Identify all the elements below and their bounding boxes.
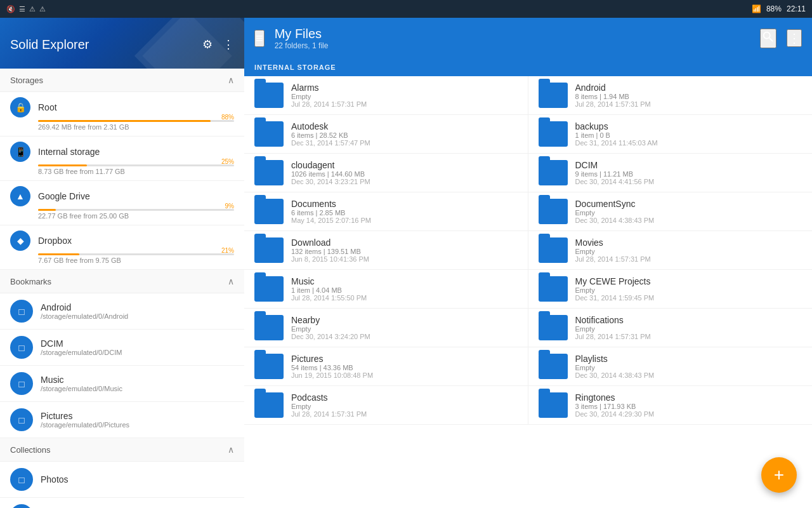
bookmark-android[interactable]: □ Android /storage/emulated/0/Android bbox=[0, 293, 244, 330]
toolbar-icons: ⋮ bbox=[760, 29, 802, 48]
folder-icon bbox=[254, 392, 284, 418]
collection-music-icon: □ bbox=[10, 504, 33, 508]
file-item[interactable]: Nearby Empty Dec 30, 2014 3:24:20 PM bbox=[244, 309, 528, 347]
status-bar: 🔇 ☰ ⚠ ⚠ 📶 88% 22:11 bbox=[0, 0, 812, 18]
collections-section-header[interactable]: Collections ∧ bbox=[0, 438, 244, 462]
file-meta: Autodesk 6 items | 28.52 KB Dec 31, 2014… bbox=[291, 121, 518, 147]
file-name: DCIM bbox=[575, 160, 802, 170]
gdrive-icon: ▲ bbox=[10, 186, 30, 206]
file-item[interactable]: Movies Empty Jul 28, 2014 1:57:31 PM bbox=[528, 231, 813, 270]
file-date: Jun 19, 2015 10:08:48 PM bbox=[291, 371, 518, 379]
bookmark-music[interactable]: □ Music /storage/emulated/0/Music bbox=[0, 366, 244, 402]
content-toolbar: ≡ My Files 22 folders, 1 file ⋮ bbox=[244, 18, 812, 58]
file-date: Dec 30, 2014 4:38:43 PM bbox=[575, 217, 802, 224]
collections-chevron: ∧ bbox=[228, 444, 234, 455]
file-meta: cloudagent 1026 items | 144.60 MB Dec 30… bbox=[291, 160, 518, 185]
collection-photos-icon: □ bbox=[10, 468, 33, 491]
file-meta: Ringtones 3 items | 171.93 KB Dec 30, 20… bbox=[575, 392, 802, 418]
file-name: Pictures bbox=[291, 354, 518, 364]
file-detail: Empty bbox=[575, 286, 802, 294]
file-item[interactable]: Download 132 items | 139.51 MB Jun 8, 20… bbox=[244, 231, 528, 270]
toolbar-menu-button[interactable]: ≡ bbox=[254, 30, 265, 47]
bookmark-pictures[interactable]: □ Pictures /storage/emulated/0/Pictures bbox=[0, 402, 244, 438]
file-name: Ringtones bbox=[575, 392, 802, 403]
file-date: Jul 28, 2014 1:57:31 PM bbox=[575, 100, 802, 108]
storage-item-gdrive[interactable]: ▲ Google Drive 9% 22.77 GB free from 25.… bbox=[0, 181, 244, 225]
file-detail: 132 items | 139.51 MB bbox=[291, 248, 518, 255]
bookmark-android-text: Android /storage/emulated/0/Android bbox=[41, 302, 128, 320]
file-detail: Empty bbox=[291, 325, 518, 333]
toolbar-title: My Files bbox=[275, 27, 329, 41]
file-item[interactable]: Podcasts Empty Jul 28, 2014 1:57:31 PM bbox=[244, 386, 528, 425]
bookmarks-section-header[interactable]: Bookmarks ∧ bbox=[0, 270, 244, 293]
file-item[interactable]: Ringtones 3 items | 171.93 KB Dec 30, 20… bbox=[528, 386, 813, 425]
storages-chevron: ∧ bbox=[228, 75, 234, 85]
file-item[interactable]: Documents 6 items | 2.85 MB May 14, 2015… bbox=[244, 192, 528, 231]
internal-progress-label: 25% bbox=[221, 158, 234, 165]
file-name: Playlists bbox=[575, 354, 802, 364]
file-date: Jul 28, 2014 1:57:31 PM bbox=[575, 255, 802, 263]
file-item[interactable]: Autodesk 6 items | 28.52 KB Dec 31, 2014… bbox=[244, 115, 528, 154]
file-meta: Android 8 items | 1.94 MB Jul 28, 2014 1… bbox=[575, 83, 802, 108]
toolbar-subtitle: 22 folders, 1 file bbox=[275, 41, 329, 50]
file-meta: Alarms Empty Jul 28, 2014 1:57:31 PM bbox=[291, 83, 518, 108]
file-detail: 3 items | 171.93 KB bbox=[575, 403, 802, 410]
storage-item-dropbox[interactable]: ◆ Dropbox 21% 7.67 GB free from 9.75 GB bbox=[0, 225, 244, 270]
folder-icon bbox=[539, 199, 568, 224]
file-meta: backups 1 item | 0 B Dec 31, 2014 11:45:… bbox=[575, 121, 802, 147]
sidebar-header: Solid Explorer ⚙ ⋮ bbox=[0, 18, 244, 69]
dropbox-name: Dropbox bbox=[38, 236, 72, 246]
file-detail: 6 items | 2.85 MB bbox=[291, 209, 518, 217]
collection-photos[interactable]: □ Photos bbox=[0, 462, 244, 498]
gdrive-progress-bar bbox=[38, 209, 56, 211]
folder-icon bbox=[254, 160, 284, 185]
status-bar-left: 🔇 ☰ ⚠ ⚠ bbox=[6, 5, 46, 13]
bookmark-dcim-text: DCIM /storage/emulated/0/DCIM bbox=[41, 338, 122, 356]
folder-icon bbox=[254, 83, 284, 108]
file-item[interactable]: Notifications Empty Jul 28, 2014 1:57:31… bbox=[528, 309, 813, 347]
main-layout: Solid Explorer ⚙ ⋮ Storages ∧ 🔒 Root 88%… bbox=[0, 18, 812, 508]
file-item[interactable]: backups 1 item | 0 B Dec 31, 2014 11:45:… bbox=[528, 115, 813, 154]
storage-item-root[interactable]: 🔒 Root 88% 269.42 MB free from 2.31 GB bbox=[0, 92, 244, 137]
storage-item-internal[interactable]: 📱 Internal storage 25% 8.73 GB free from… bbox=[0, 137, 244, 181]
file-meta: Music 1 item | 4.04 MB Jul 28, 2014 1:55… bbox=[291, 276, 518, 302]
file-name: Autodesk bbox=[291, 121, 518, 131]
file-item[interactable]: Music 1 item | 4.04 MB Jul 28, 2014 1:55… bbox=[244, 270, 528, 309]
collection-music[interactable]: □ Music bbox=[0, 498, 244, 508]
file-date: Dec 31, 2014 1:59:45 PM bbox=[575, 294, 802, 302]
file-item[interactable]: DCIM 9 items | 11.21 MB Dec 30, 2014 4:4… bbox=[528, 154, 813, 192]
file-name: backups bbox=[575, 121, 802, 131]
file-detail: Empty bbox=[575, 248, 802, 255]
bookmark-dcim[interactable]: □ DCIM /storage/emulated/0/DCIM bbox=[0, 330, 244, 366]
storages-section-header[interactable]: Storages ∧ bbox=[0, 69, 244, 92]
internal-progress-bar bbox=[38, 164, 87, 166]
bookmark-music-text: Music /storage/emulated/0/Music bbox=[41, 375, 122, 392]
bookmark-music-icon: □ bbox=[10, 372, 33, 395]
fab-button[interactable]: + bbox=[761, 457, 797, 493]
settings-button[interactable]: ⚙ bbox=[202, 37, 213, 51]
file-date: Dec 30, 2014 4:38:43 PM bbox=[575, 371, 802, 379]
sidebar-header-icons: ⚙ ⋮ bbox=[202, 37, 234, 51]
file-item[interactable]: cloudagent 1026 items | 144.60 MB Dec 30… bbox=[244, 154, 528, 192]
file-item[interactable]: Alarms Empty Jul 28, 2014 1:57:31 PM bbox=[244, 76, 528, 115]
file-item[interactable]: DocumentSync Empty Dec 30, 2014 4:38:43 … bbox=[528, 192, 813, 231]
file-item[interactable]: Playlists Empty Dec 30, 2014 4:38:43 PM bbox=[528, 347, 813, 386]
file-detail: 1 item | 4.04 MB bbox=[291, 286, 518, 294]
folder-icon bbox=[539, 83, 568, 108]
mute-icon: 🔇 bbox=[6, 5, 15, 13]
file-item[interactable]: Android 8 items | 1.94 MB Jul 28, 2014 1… bbox=[528, 76, 813, 115]
file-detail: 6 items | 28.52 KB bbox=[291, 131, 518, 139]
more-options-button[interactable]: ⋮ bbox=[223, 37, 234, 51]
notification-icon: ☰ bbox=[19, 5, 25, 13]
file-detail: 1026 items | 144.60 MB bbox=[291, 170, 518, 178]
folder-icon bbox=[539, 237, 568, 263]
file-item[interactable]: My CEWE Projects Empty Dec 31, 2014 1:59… bbox=[528, 270, 813, 309]
folder-icon bbox=[254, 199, 284, 224]
file-item[interactable]: Pictures 54 items | 43.36 MB Jun 19, 201… bbox=[244, 347, 528, 386]
search-button[interactable] bbox=[760, 29, 776, 48]
folder-icon bbox=[254, 276, 284, 302]
warning-icon-1: ⚠ bbox=[29, 5, 36, 13]
more-options-toolbar-button[interactable]: ⋮ bbox=[787, 29, 802, 47]
file-meta: DocumentSync Empty Dec 30, 2014 4:38:43 … bbox=[575, 199, 802, 224]
file-name: Download bbox=[291, 237, 518, 248]
